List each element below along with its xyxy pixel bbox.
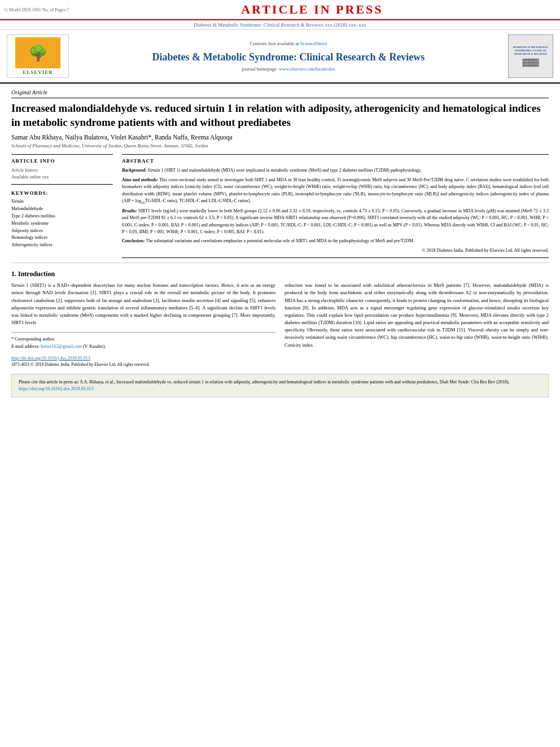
intro-right-text: reduction was found to be associated wit…: [285, 282, 549, 349]
abstract-results: Results: SIRT1 levels (ng/mL) were marke…: [122, 208, 549, 236]
journal-title: Diabetes & Metabolic Syndrome: Clinical …: [76, 51, 501, 64]
article-meta-section: ARTICLE INFO Article history: Available …: [11, 154, 549, 258]
homepage-link[interactable]: www.elsevier.com/locate/dsx: [279, 66, 335, 72]
body-two-column: Sirtuin 1 (SIRT1) is a NAD+-dependent de…: [11, 282, 549, 366]
journal-info: Contents lists available at ScienceDirec…: [76, 34, 501, 78]
journal-homepage: journal homepage: www.elsevier.com/locat…: [76, 66, 501, 72]
authors: Samar Abu Rkhaya, Nailya Bulatova, Viole…: [11, 134, 549, 141]
body-right-col: reduction was found to be associated wit…: [285, 282, 549, 366]
elsevier-logo-box: 🌳 ELSEVIER: [7, 34, 69, 78]
keywords-heading: Keywords:: [11, 190, 113, 196]
doi-link[interactable]: http://dx.doi.org/10.1016/j.dsx.2018.05.…: [11, 356, 90, 361]
article-history: Article history:: [11, 167, 113, 174]
keyword-malondialdehyde: Malondialdehyde: [11, 206, 113, 213]
sciencedirect-link[interactable]: ScienceDirect: [300, 41, 327, 46]
email-note: E-mail address: hotice162@gmail.com (V. …: [11, 343, 275, 350]
elsevier-wordmark: ELSEVIER: [23, 69, 53, 75]
email-link[interactable]: hotice162@gmail.com: [41, 344, 82, 349]
available-online: Available online xxx: [11, 174, 113, 181]
keywords-section: Keywords: Sirtuin Malondialdehyde Type 2…: [11, 190, 113, 249]
keyword-sirtuin: Sirtuin: [11, 198, 113, 206]
keyword-mets: Metabolic syndrome: [11, 220, 113, 228]
right-column: ABSTRACT Background: Sirtuin 1 (SIRT 1) …: [122, 154, 549, 258]
main-content: Original Article Increased malondialdehy…: [0, 84, 560, 403]
affiliation: Schools of Pharmacy and Medicine, Univer…: [11, 143, 549, 148]
article-title: Increased malondialdehyde vs. reduced si…: [11, 102, 549, 129]
elsevier-logo-image: 🌳: [15, 37, 60, 68]
section-separator: [11, 263, 549, 263]
keyword-atherogenicity: Atherogenicity indices: [11, 242, 113, 249]
doi-area: http://dx.doi.org/10.1016/j.dsx.2018.05.…: [11, 355, 275, 367]
article-info-heading: ARTICLE INFO: [11, 158, 113, 164]
contents-line: Contents lists available at ScienceDirec…: [76, 41, 501, 46]
model-info: G Model DSX 1001 No. of Pages 7: [5, 7, 69, 12]
abstract-section: ABSTRACT Background: Sirtuin 1 (SIRT 1) …: [122, 154, 549, 258]
citation-doi-link[interactable]: https://doi.org/10.1016/j.dsx.2018.05.01…: [19, 386, 94, 391]
issn-line: 1871-4021/© 2018 Diabetes India. Publish…: [11, 362, 275, 367]
introduction-heading: 1. Introduction: [11, 270, 549, 278]
citation-box: Please cite this article in press as: S.…: [11, 374, 549, 397]
left-column: ARTICLE INFO Article history: Available …: [11, 154, 113, 258]
keyword-hematology: Hematology indices: [11, 234, 113, 242]
abstract-background: Background: Sirtuin 1 (SIRT 1) and malon…: [122, 167, 549, 174]
journal-thumbnail: DIABETES & METABOLIC SYNDROME: CLINICAL …: [508, 34, 553, 78]
intro-left-text: Sirtuin 1 (SIRT1) is a NAD+-dependent de…: [11, 282, 275, 326]
abstract-text: Background: Sirtuin 1 (SIRT 1) and malon…: [122, 167, 549, 254]
article-type: Original Article: [11, 89, 549, 98]
citation-text: Please cite this article in press as: S.…: [19, 379, 510, 385]
abstract-conclusion: Conclusion: The substantial variations a…: [122, 238, 549, 244]
abstract-heading: ABSTRACT: [122, 158, 549, 164]
top-bar: G Model DSX 1001 No. of Pages 7 ARTICLE …: [0, 0, 560, 20]
body-left-col: Sirtuin 1 (SIRT1) is a NAD+-dependent de…: [11, 282, 275, 366]
keyword-t2dm: Type 2 diabetes mellitus: [11, 213, 113, 220]
journal-header: 🌳 ELSEVIER Contents lists available at S…: [0, 30, 560, 84]
journal-subtitle: Diabetes & Metabolic Syndrome: Clinical …: [0, 20, 560, 30]
corresponding-note: * Corresponding author.: [11, 336, 275, 342]
article-in-press-banner: ARTICLE IN PRESS: [69, 2, 555, 17]
footnote-area: * Corresponding author. E-mail address: …: [11, 332, 275, 350]
elsevier-tree-icon: 🌳: [28, 43, 48, 62]
copyright-line: © 2018 Diabetes India. Published by Else…: [122, 247, 549, 254]
article-info-box: ARTICLE INFO Article history: Available …: [11, 154, 113, 185]
abstract-aims: Aims and methods: This cross-sectional s…: [122, 177, 549, 206]
keyword-adiposity: Adiposity indices: [11, 228, 113, 235]
